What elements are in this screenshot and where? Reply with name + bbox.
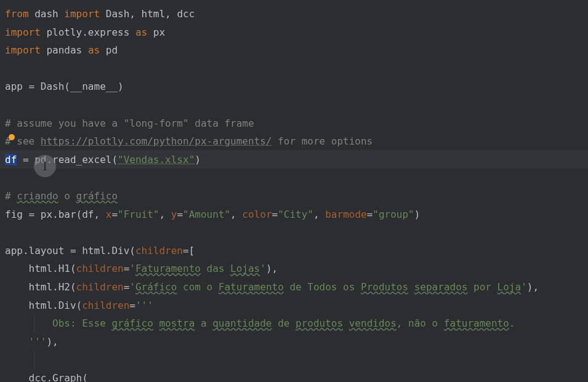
code-line[interactable]: '''), (5, 333, 588, 351)
code-text: app = Dash(__name__) (5, 81, 124, 92)
string-literal: "Fruit" (118, 209, 159, 220)
code-line[interactable]: from dash import Dash, html, dcc (5, 5, 588, 23)
spell-warn: gráfico (111, 317, 153, 329)
spell-warn: Faturamento (219, 281, 284, 293)
comment-text: o (58, 190, 76, 202)
kwarg: children (82, 300, 129, 311)
string-literal: "Amount" (183, 209, 230, 220)
comment-line[interactable]: # assume you have a "long-form" data fra… (5, 114, 588, 133)
comment-text: # assume you have a "long-form" data fra… (5, 117, 254, 129)
keyword-from: from (5, 8, 29, 20)
kwarg: children (76, 263, 124, 274)
spell-warn: produtos (296, 317, 343, 329)
code-line[interactable]: fig = px.bar(df, x="Fruit", y="Amount", … (5, 205, 588, 224)
code-text: ) (195, 154, 201, 165)
comment-line[interactable]: # criando o gráfico (5, 187, 588, 205)
spell-warn: Faturamento (135, 263, 201, 274)
kwarg: x (106, 209, 112, 220)
spell-warn: criando (17, 190, 58, 202)
code-line[interactable]: import pandas as pd (5, 41, 588, 60)
var-ref: df (82, 209, 94, 220)
blank-line[interactable] (5, 60, 588, 78)
url-link[interactable]: https://plotly.com/python/px-arguments/ (41, 135, 272, 147)
triple-quote: ''' (29, 336, 47, 348)
string-literal: "Vendas.xlsx" (118, 154, 195, 165)
selected-text: df (5, 154, 17, 165)
comment-text: # (5, 190, 17, 202)
spell-warn: Produtos (361, 281, 408, 293)
code-editor[interactable]: from dash import Dash, html, dcc import … (5, 5, 588, 382)
spell-warn: faturamento (444, 317, 509, 329)
code-text: =[ (183, 245, 195, 257)
alias: pd (106, 44, 118, 56)
blank-line[interactable] (5, 169, 588, 187)
code-line[interactable]: Obs: Esse gráfico mostra a quantidade de… (5, 314, 588, 333)
blank-line[interactable] (5, 96, 588, 114)
spell-warn: vendidos (349, 317, 397, 329)
code-text: html.H2( (5, 281, 76, 293)
keyword-import: import (5, 44, 41, 56)
blank-line[interactable] (5, 351, 588, 369)
code-line[interactable]: html.H2(children='Gráfico com o Faturame… (5, 278, 588, 296)
module-name: pandas (46, 44, 82, 56)
code-text: dcc.Graph( (5, 372, 88, 382)
kwarg: children (76, 281, 124, 293)
keyword-as: as (88, 44, 100, 56)
code-line[interactable]: html.Div(children=''' (5, 296, 588, 315)
code-text: html.H1( (5, 263, 76, 274)
string-literal: "City" (278, 209, 313, 220)
code-line[interactable]: dcc.Graph( (5, 369, 588, 382)
spell-warn: quantidade (212, 317, 272, 329)
code-text: html.Div( (5, 300, 82, 311)
triple-quote: ''' (135, 300, 153, 311)
spell-warn: Loja (497, 281, 522, 293)
code-text: app.layout = html.Div( (5, 245, 135, 257)
spell-warn: separados (414, 281, 468, 293)
spell-warn: mostra (159, 317, 195, 329)
code-line-active[interactable]: df = pd.read_excel("Vendas.xlsx") (5, 151, 588, 169)
kwarg: barmode (325, 209, 366, 220)
keyword-as: as (135, 26, 147, 38)
kwarg: color (242, 209, 272, 220)
module-name: plotly.express (46, 26, 129, 38)
keyword-import: import (64, 8, 100, 20)
comment-text: for more options (272, 135, 373, 147)
alias: px (153, 26, 165, 38)
kwarg: children (135, 245, 183, 257)
blank-line[interactable] (5, 223, 588, 242)
code-line[interactable]: app = Dash(__name__) (5, 78, 588, 96)
spell-warn: Gráfico (135, 281, 177, 293)
code-text: fig = px.bar( (5, 209, 82, 220)
import-items: Dash, html, dcc (106, 8, 195, 20)
string-literal: "group" (373, 209, 414, 220)
keyword-import: import (5, 26, 41, 38)
code-line[interactable]: app.layout = html.Div(children=[ (5, 242, 588, 260)
code-text: = pd.read_excel( (17, 154, 118, 165)
spell-warn: gráfico (76, 190, 118, 202)
comment-line[interactable]: # see https://plotly.com/python/px-argum… (5, 132, 588, 151)
code-line[interactable]: import plotly.express as px (5, 23, 588, 42)
spell-warn: Lojas (230, 263, 260, 274)
module-name: dash (34, 8, 58, 20)
code-line[interactable]: html.H1(children='Faturamento das Lojas'… (5, 260, 588, 278)
kwarg: y (171, 209, 177, 220)
